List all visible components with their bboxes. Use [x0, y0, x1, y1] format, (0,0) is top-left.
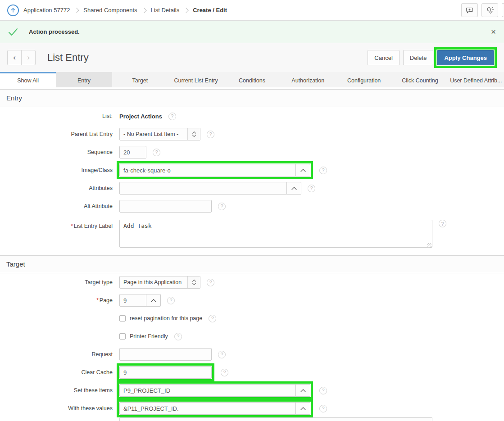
chevron-separator-icon: [141, 8, 146, 13]
sequence-input[interactable]: [119, 146, 146, 158]
form-content: Entry List: Project Actions ? Parent Lis…: [0, 87, 504, 421]
field-row-set-these-items: Set these items ?: [0, 381, 504, 399]
previous-record-button[interactable]: ‹: [7, 50, 22, 65]
highlight-box-clear-cache: [117, 363, 214, 381]
field-row-reset-pagination: reset pagination for this page ?: [0, 309, 504, 327]
success-message-bar: Action processed. ×: [0, 21, 504, 43]
target-type-select[interactable]: Page in this Application: [119, 276, 200, 289]
close-icon[interactable]: ×: [491, 27, 496, 36]
list-value: Project Actions: [119, 113, 162, 120]
help-icon[interactable]: ?: [319, 167, 327, 174]
tab-target[interactable]: Target: [112, 72, 168, 87]
field-row-with-these-values: With these values ?: [0, 399, 504, 417]
printer-friendly-label: Printer Friendly: [130, 333, 168, 340]
help-icon[interactable]: ?: [168, 113, 176, 120]
tab-entry[interactable]: Entry: [56, 72, 112, 87]
target-type-selected-value: Page in this Application: [120, 279, 187, 285]
partial-button[interactable]: [502, 3, 504, 17]
page-title: List Entry: [47, 52, 89, 63]
field-row-attributes: Attributes ?: [0, 179, 504, 197]
target-section-header: Target: [0, 255, 504, 273]
breadcrumb-item-list-details[interactable]: List Details: [151, 7, 180, 14]
partially-visible-input[interactable]: [119, 417, 432, 421]
image-class-input[interactable]: [119, 164, 296, 177]
help-icon[interactable]: ?: [209, 315, 216, 322]
set-these-items-label: Set these items: [0, 387, 113, 394]
highlight-box-image-class: [117, 161, 313, 179]
alt-attribute-label: Alt Attribute: [0, 203, 113, 209]
set-these-items-input[interactable]: [119, 384, 296, 397]
help-icon[interactable]: ?: [218, 351, 226, 358]
help-icon[interactable]: ?: [308, 185, 315, 192]
printer-friendly-checkbox[interactable]: [119, 333, 126, 340]
field-row-list-entry-label: *List Entry Label Add Task ?: [0, 220, 504, 249]
parent-list-entry-selected-value: - No Parent List Item -: [120, 131, 187, 137]
tab-click-counting[interactable]: Click Counting: [392, 72, 448, 87]
success-message-text: Action processed.: [29, 28, 80, 35]
delete-button[interactable]: Delete: [403, 50, 434, 65]
popup-lov-icon[interactable]: [295, 402, 310, 415]
field-row-target-type: Target type Page in this Application ?: [0, 273, 504, 291]
page-input[interactable]: [119, 294, 146, 307]
chevron-separator-icon: [184, 8, 189, 13]
alt-attribute-input[interactable]: [119, 200, 212, 213]
field-row-list: List: Project Actions ?: [0, 107, 504, 125]
popup-lov-icon[interactable]: [286, 182, 301, 195]
reset-pagination-checkbox[interactable]: [119, 315, 126, 321]
highlight-box-set-these-items: [117, 381, 313, 399]
tab-authorization[interactable]: Authorization: [280, 72, 336, 87]
list-entry-label-textarea[interactable]: Add Task: [119, 220, 432, 248]
help-icon[interactable]: ?: [218, 203, 226, 210]
spotlight-search-button[interactable]: [481, 3, 498, 17]
record-navigation: ‹ ›: [7, 50, 36, 65]
field-row-page: *Page ?: [0, 291, 504, 309]
sequence-label: Sequence: [0, 149, 113, 155]
help-icon[interactable]: ?: [439, 220, 446, 227]
entry-section-header: Entry: [0, 89, 504, 107]
breadcrumb-item-shared-components[interactable]: Shared Components: [83, 7, 137, 14]
popup-lov-icon[interactable]: [146, 294, 161, 307]
field-row-parent-list-entry: Parent List Entry - No Parent List Item …: [0, 125, 504, 143]
field-row-sequence: Sequence ?: [0, 143, 504, 161]
apex-list-entry-page: Application 57772 Shared Components List…: [0, 0, 504, 421]
help-icon[interactable]: ?: [319, 405, 327, 412]
tab-show-all[interactable]: Show All: [0, 72, 56, 87]
target-type-label: Target type: [0, 279, 113, 285]
parent-list-entry-label: Parent List Entry: [0, 131, 113, 137]
tab-current-list-entry[interactable]: Current List Entry: [168, 72, 224, 87]
tab-configuration[interactable]: Configuration: [336, 72, 392, 87]
field-row-request: Request ?: [0, 345, 504, 363]
next-record-button[interactable]: ›: [21, 50, 36, 65]
breadcrumb-item-create-edit: Create / Edit: [193, 7, 227, 14]
tab-conditions[interactable]: Conditions: [224, 72, 280, 87]
parent-list-entry-select[interactable]: - No Parent List Item -: [119, 128, 200, 140]
help-icon[interactable]: ?: [221, 369, 228, 376]
up-level-icon[interactable]: [7, 5, 19, 16]
breadcrumb-item-application[interactable]: Application 57772: [23, 7, 70, 14]
topbar-actions: [458, 3, 499, 17]
required-marker: *: [71, 223, 73, 229]
popup-lov-icon[interactable]: [295, 384, 310, 397]
help-icon[interactable]: ?: [174, 333, 182, 340]
request-input[interactable]: [119, 348, 212, 361]
help-icon[interactable]: ?: [207, 279, 214, 286]
list-entry-label-label: List Entry Label: [74, 223, 113, 229]
help-icon[interactable]: ?: [153, 149, 160, 156]
with-these-values-input[interactable]: [119, 402, 296, 415]
tab-user-defined-attributes[interactable]: User Defined Attrib...: [448, 72, 504, 87]
attributes-input[interactable]: [119, 182, 287, 195]
reset-pagination-label: reset pagination for this page: [130, 315, 202, 321]
cancel-button[interactable]: Cancel: [368, 50, 399, 65]
checkmark-icon: [8, 28, 18, 36]
highlight-box-apply-changes: Apply Changes: [434, 47, 497, 68]
help-icon[interactable]: ?: [167, 297, 175, 304]
request-label: Request: [0, 351, 113, 358]
help-icon[interactable]: ?: [207, 131, 214, 138]
feedback-button[interactable]: [461, 3, 478, 17]
apply-changes-button[interactable]: Apply Changes: [437, 50, 494, 65]
help-icon[interactable]: ?: [319, 387, 327, 394]
resize-grip-icon[interactable]: [427, 243, 431, 248]
popup-lov-icon[interactable]: [295, 164, 310, 177]
field-row-image-class: Image/Class ?: [0, 161, 504, 179]
clear-cache-input[interactable]: [119, 366, 212, 379]
